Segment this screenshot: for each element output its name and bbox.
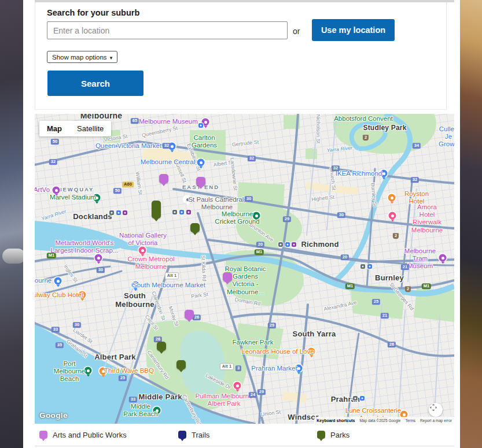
hotel-icon[interactable] xyxy=(234,382,241,390)
district-label: NEWQUAY xyxy=(58,187,94,193)
transit-stop-icon[interactable] xyxy=(292,242,296,247)
transit-stop-icon[interactable] xyxy=(198,123,203,128)
street-label: St Georges Rd xyxy=(388,282,415,312)
poi-label[interactable]: Marvel Stadium xyxy=(50,194,96,201)
map-marker[interactable] xyxy=(223,272,232,282)
transit-stop-icon[interactable] xyxy=(367,264,372,269)
town-label: Albert Park xyxy=(94,353,136,362)
town-label: South Yarra xyxy=(293,330,336,339)
hotel-icon[interactable] xyxy=(389,212,396,220)
route-shield: 25 xyxy=(372,299,380,305)
poi-label[interactable]: Queen Victoria Market xyxy=(95,142,161,150)
pan-control[interactable] xyxy=(429,403,443,417)
use-my-location-button[interactable]: Use my location xyxy=(312,19,395,41)
map-canvas[interactable]: MelbourneDocklandsSouth MelbourneAlbert … xyxy=(35,114,454,424)
route-shield: 3 xyxy=(236,365,241,371)
street-label: Highett St xyxy=(311,194,334,202)
poi-label[interactable]: Metartworld World's Largest Indoor Scrap… xyxy=(51,239,119,254)
attraction-icon[interactable] xyxy=(95,254,102,262)
route-shield: 32 xyxy=(411,177,419,183)
poi-label[interactable]: South Melbourne Market xyxy=(133,282,205,289)
map-marker[interactable] xyxy=(196,177,205,186)
report-map-error-link[interactable]: Report a map error xyxy=(420,419,452,423)
route-shield: 30 xyxy=(73,322,81,328)
keyboard-shortcuts-link[interactable]: Keyboard shortcuts xyxy=(317,419,355,423)
route-shield: Alt 1 xyxy=(165,272,179,279)
route-shield: 29 xyxy=(268,323,276,328)
poi-label[interactable]: Middle Park Beach xyxy=(123,403,157,418)
poi-label[interactable]: Third Wave BBQ xyxy=(104,367,154,375)
street-label: Park St xyxy=(191,291,209,299)
route-shield: 32 xyxy=(163,143,171,149)
town-label: Burnley xyxy=(375,274,404,283)
legend-label: Trails xyxy=(192,431,209,439)
map-marker[interactable] xyxy=(152,201,161,219)
town-label: Docklands xyxy=(73,213,112,221)
street-label: Queensberry St xyxy=(141,125,178,138)
transit-stop-icon[interactable] xyxy=(353,396,358,401)
map-marker[interactable] xyxy=(190,223,200,232)
map-marker[interactable] xyxy=(159,174,168,183)
route-shield: 2 xyxy=(363,135,369,140)
hotel-icon[interactable] xyxy=(139,247,146,254)
transit-stop-icon[interactable] xyxy=(179,210,184,214)
poi-label[interactable]: Melbourne Central xyxy=(141,158,196,166)
poi-label[interactable]: ArtVo xyxy=(35,186,50,194)
bar-icon[interactable] xyxy=(388,194,396,202)
terms-link[interactable]: Terms xyxy=(405,419,415,423)
street-label: Yarra River xyxy=(41,208,67,222)
search-button[interactable]: Search xyxy=(47,71,144,96)
poi-label[interactable]: Prahran Market xyxy=(251,365,297,372)
street-label: Ingles St xyxy=(62,264,79,284)
map-marker[interactable] xyxy=(185,310,194,319)
poi-label[interactable]: Cullen Je Grown xyxy=(439,125,454,149)
map-marker[interactable] xyxy=(176,360,186,369)
satellite-view-button[interactable]: Satellite xyxy=(69,121,111,136)
poi-label[interactable]: National Gallery of Victoria xyxy=(119,232,167,247)
transit-stop-icon[interactable] xyxy=(123,210,127,215)
shopping-centre-icon[interactable] xyxy=(54,277,62,285)
poi-label[interactable]: lbourne xyxy=(35,277,51,284)
map-data-notice: Map data ©2025 Google xyxy=(359,419,400,423)
transit-stop-icon[interactable] xyxy=(172,210,177,214)
gallery-icon[interactable] xyxy=(53,187,60,194)
museum-icon[interactable] xyxy=(439,254,447,262)
route-shield: M1 xyxy=(255,249,264,255)
show-map-options-button[interactable]: Show map options▾ xyxy=(47,51,117,63)
map-marker[interactable] xyxy=(157,342,166,351)
poi-label[interactable]: Crown Metropol Melbourne xyxy=(127,256,174,271)
route-shield: 24 xyxy=(249,392,257,398)
poi-label[interactable]: Amora Hotel Riverwalk Melbourne xyxy=(411,203,443,234)
poi-label[interactable]: Pullman Melbourne Albert Park xyxy=(195,393,252,408)
poi-label[interactable]: Port Melbourne Beach xyxy=(54,360,85,383)
route-shield: 25 xyxy=(119,375,127,381)
map-view-button[interactable]: Map xyxy=(39,121,69,136)
google-logo: Google xyxy=(39,411,68,420)
poi-label[interactable]: Melbourne Cricket Ground xyxy=(215,210,259,225)
transit-stop-icon[interactable] xyxy=(360,396,365,401)
transit-stop-icon[interactable] xyxy=(360,264,365,269)
transit-stop-icon[interactable] xyxy=(278,242,283,247)
poi-label[interactable]: IKEA Richmond xyxy=(336,170,382,177)
poi-label[interactable]: Railway Club Hotel xyxy=(35,291,83,299)
location-input[interactable] xyxy=(47,21,288,39)
shopping-centre-icon[interactable] xyxy=(197,159,205,166)
chevron-down-icon: ▾ xyxy=(110,55,113,61)
transit-stop-icon[interactable] xyxy=(116,210,121,215)
route-shield: M1 xyxy=(422,283,431,289)
poi-label[interactable]: Melbourne Museum xyxy=(139,118,198,125)
transit-stop-icon[interactable] xyxy=(109,210,114,215)
beach-icon[interactable] xyxy=(84,367,92,375)
street-label: Gertrude St xyxy=(231,139,259,147)
street-label: Nicholson St xyxy=(315,114,321,144)
legend-pin-icon xyxy=(178,431,186,439)
transit-stop-icon[interactable] xyxy=(186,210,191,214)
route-shield: 20 xyxy=(341,254,349,260)
route-shield: A60 xyxy=(122,182,134,187)
route-shield: 29 xyxy=(257,389,266,395)
street-label: Cecil St xyxy=(144,314,159,332)
poi-label[interactable]: Leonards House of Love xyxy=(241,348,314,356)
transit-stop-icon[interactable] xyxy=(285,242,290,247)
search-card: Search for your suburb or Use my locatio… xyxy=(35,2,447,110)
poi-label[interactable]: St Pauls Cathedral, Melbourne xyxy=(188,196,245,211)
